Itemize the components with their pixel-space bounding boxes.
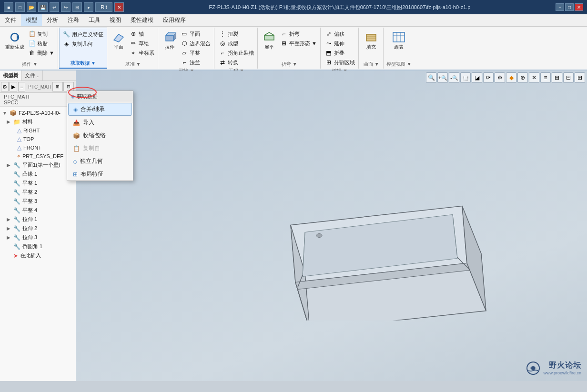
tree-item-extrude3[interactable]: ▶ 🔧 拉伸 3 (4, 233, 76, 242)
material-expand[interactable]: ▶ (6, 119, 11, 125)
group-modelview-label[interactable]: 模型视图 ▼ (386, 61, 412, 68)
btn-split[interactable]: ⋮ 扭裂 (217, 30, 255, 38)
vp-add-btn[interactable]: ⊕ (517, 72, 528, 83)
vp-rotate-btn[interactable]: ⟳ (483, 72, 494, 83)
maximize-btn[interactable]: □ (565, 3, 574, 11)
vp-minus-btn[interactable]: ⊟ (563, 72, 574, 83)
plane1-expand[interactable]: ▶ (6, 162, 11, 168)
btn-split-region[interactable]: ⊞ 分割区域 (324, 58, 356, 67)
btn-copy-geo[interactable]: ◈ 复制几何 (61, 40, 105, 48)
btn-sketch[interactable]: ✏ 草绘 (128, 39, 156, 48)
group-datum-label[interactable]: 基准 ▼ (125, 61, 141, 68)
vp-zoom-in-btn[interactable]: 🔍 (426, 72, 436, 83)
group-surface-label[interactable]: 曲面 ▼ (364, 61, 379, 68)
dropdown-item-import[interactable]: 📥 导入 (67, 116, 133, 129)
open-icon[interactable]: 📂 (27, 2, 36, 12)
vp-zoom-out-btn[interactable]: +🔍 (437, 72, 448, 83)
btn-unfold[interactable]: 展平 (261, 30, 278, 50)
tree-expand-btn[interactable]: ▶ (10, 82, 17, 91)
vp-plus-btn[interactable]: ⊞ (575, 72, 585, 83)
vp-grid-btn[interactable]: ⊞ (552, 72, 562, 83)
minimize-btn[interactable]: － (556, 3, 564, 11)
vp-close-btn[interactable]: ✕ (529, 72, 539, 83)
tree-item-fillet1[interactable]: 🔧 倒圆角 1 (4, 242, 76, 251)
btn-offset[interactable]: ⤢ 偏移 (324, 30, 356, 38)
close-btn[interactable]: ✕ (575, 3, 583, 11)
btn-flange[interactable]: ⌐ 法兰 (179, 58, 212, 67)
btn-flat[interactable]: ▭ 平面 (179, 30, 212, 38)
extrude1-expand[interactable]: ▶ (6, 217, 11, 222)
tree-item-csys[interactable]: ⌖ PRT_CSYS_DEF (8, 152, 76, 161)
app-icon[interactable]: ■ (4, 2, 13, 12)
tree-item-material[interactable]: ▶ 📁 材料 (4, 117, 76, 126)
vp-menu-btn[interactable]: ≡ (540, 72, 551, 83)
tree-item-flat1[interactable]: 🔧 平整 1 (4, 179, 76, 188)
tree-item-flat4[interactable]: 🔧 平整 4 (4, 206, 76, 215)
btn-boundary[interactable]: ⬡ 边界混合 (179, 39, 212, 48)
tree-item-flat3[interactable]: 🔧 平整 3 (4, 197, 76, 206)
group-getdata-label[interactable]: 获取数据 ▼ (71, 60, 96, 67)
btn-axis[interactable]: ⊕ 轴 (128, 30, 156, 38)
tab-model-tree[interactable]: 模型树 (0, 70, 22, 80)
vp-frame-btn[interactable]: ⬚ (460, 72, 471, 83)
vp-highlight-btn[interactable]: ◆ (506, 72, 516, 83)
btn-family-table[interactable]: 族表 (390, 30, 407, 50)
tree-item-extrude2[interactable]: ▶ 🔧 拉伸 2 (4, 224, 76, 233)
dropdown-item-standalone[interactable]: ◇ 独立几何 (67, 155, 133, 168)
tree-item-extrude1[interactable]: ▶ 🔧 拉伸 1 (4, 215, 76, 224)
dropdown-item-shrink[interactable]: 📦 收缩包络 (67, 129, 133, 142)
tree-item-flange1[interactable]: 🔧 凸缘 1 (4, 170, 76, 179)
btn-flatten[interactable]: ▱ 平整 (179, 49, 212, 57)
btn-extend[interactable]: ⤳ 延伸 (324, 39, 356, 48)
tree-tool2[interactable]: ⊟ (63, 82, 74, 91)
btn-corner-relief[interactable]: ⌐ 拐角止裂槽 (217, 49, 255, 57)
new-icon[interactable]: □ (15, 2, 25, 12)
btn-regenerate[interactable]: 重新生成 (4, 30, 26, 50)
btn-paste[interactable]: 📄 粘贴 (27, 39, 56, 48)
menu-tools[interactable]: 工具 (84, 14, 105, 26)
btn-fold[interactable]: ⬒ 折叠 (324, 49, 356, 57)
root-expand[interactable]: ▼ (2, 110, 8, 116)
tree-tool1[interactable]: ⊞ (52, 82, 63, 91)
menu-apps[interactable]: 应用程序 (158, 14, 191, 26)
rit-icon[interactable]: Rit (95, 2, 112, 12)
tree-settings-btn[interactable]: ⚙ (1, 82, 9, 91)
btn-convert[interactable]: ⇄ 转换 (217, 58, 255, 67)
vp-settings-btn[interactable]: ⚙ (495, 72, 505, 83)
tree-item-plane1[interactable]: ▶ 🔧 平面1(第一个壁) (4, 161, 76, 170)
dropdown-item-layout[interactable]: ⊞ 布局特征 (67, 168, 133, 181)
tree-item-insert-here[interactable]: ➤ 在此插入 (4, 251, 76, 260)
tree-item-front[interactable]: △ FRONT (8, 143, 76, 152)
tree-item-flat2[interactable]: 🔧 平整 2 (4, 188, 76, 197)
btn-delete[interactable]: 🗑 删除 ▼ (27, 49, 56, 57)
more-icon[interactable]: ▸ (84, 2, 93, 12)
extrude3-expand[interactable]: ▶ (6, 235, 11, 241)
group-bend-label[interactable]: 折弯 ▼ (282, 61, 297, 68)
vp-view-btn[interactable]: ◪ (472, 72, 482, 83)
btn-flat-state[interactable]: ⊞ 平整形态 ▼ (279, 39, 318, 48)
minus-icon[interactable]: ⊟ (72, 2, 82, 12)
vp-zoom-window-btn[interactable]: -🔍 (449, 72, 459, 83)
btn-form[interactable]: ◎ 成型 (217, 39, 255, 48)
save-icon[interactable]: 💾 (38, 2, 48, 12)
btn-bend[interactable]: ⌐ 折弯 (279, 30, 318, 38)
redo-icon[interactable]: ↪ (61, 2, 71, 12)
tab-file[interactable]: 文件... (22, 70, 43, 80)
extrude2-expand[interactable]: ▶ (6, 226, 11, 231)
menu-view[interactable]: 视图 (105, 14, 126, 26)
dropdown-item-merge[interactable]: ◈ 合并/继承 (68, 103, 132, 116)
group-operations-label[interactable]: 操作 ▼ (22, 61, 38, 68)
tree-item-top[interactable]: △ TOP (8, 135, 76, 143)
undo-icon[interactable]: ↩ (50, 2, 59, 12)
btn-plane[interactable]: 平面 (110, 30, 127, 50)
tree-menu-btn[interactable]: ≡ (18, 82, 26, 91)
menu-annotation[interactable]: 注释 (63, 14, 84, 26)
menu-flexible[interactable]: 柔性建模 (126, 14, 158, 26)
btn-coords[interactable]: ⌖ 坐标系 (128, 49, 156, 57)
viewport[interactable]: 🔍 +🔍 -🔍 ⬚ ◪ ⟳ ⚙ ◆ ⊕ ✕ ≡ ⊞ ⊟ ⊞ (76, 70, 587, 381)
tree-item-root[interactable]: ▼ 📦 FZ-PLJS-A10-H0- (0, 109, 76, 117)
menu-analysis[interactable]: 分析 (42, 14, 63, 26)
menu-file[interactable]: 文件 (0, 14, 21, 26)
menu-model[interactable]: 模型 (21, 14, 42, 26)
btn-extrude[interactable]: 拉伸 (161, 30, 178, 50)
